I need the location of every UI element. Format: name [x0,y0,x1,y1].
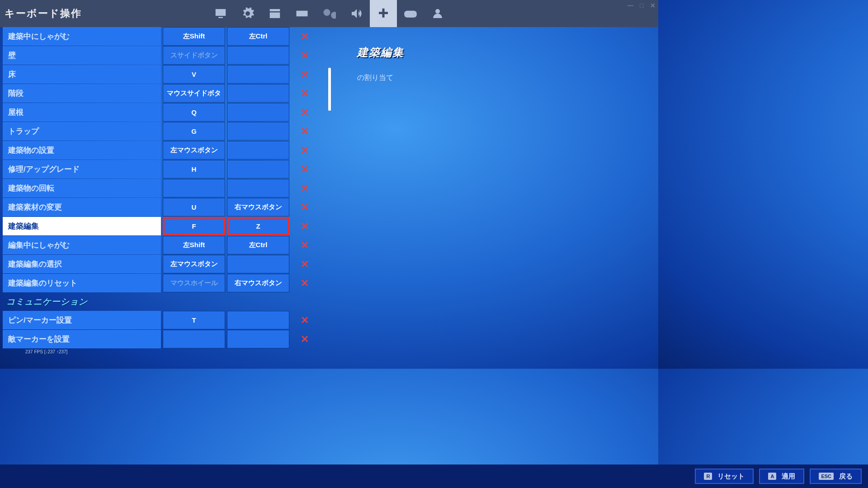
content-area: 建築中にしゃがむ左Shift左Ctrl✕壁スサイドボタン✕床V✕階段マウスサイド… [0,27,658,369]
keybind-row[interactable]: 建築素材の変更U右マウスボタン✕ [3,198,332,216]
keybind-row[interactable]: 屋根Q✕ [3,103,332,122]
detail-title: 建築編集 [357,45,658,60]
close-icon: ✕ [301,69,309,80]
keybind-secondary[interactable]: 右マウスボタン [227,274,289,292]
keybind-primary[interactable]: 左Shift [163,236,225,254]
keybind-primary[interactable]: H [163,160,225,178]
keybind-primary[interactable]: 左Shift [163,27,225,46]
tab-panel[interactable] [261,0,288,27]
keybind-row[interactable]: 修理/アップグレードH✕ [3,160,332,178]
window-max-icon[interactable]: □ [640,2,644,9]
keybind-primary[interactable]: マウスサイドボタ [163,84,225,103]
keybind-row[interactable]: 建築中にしゃがむ左Shift左Ctrl✕ [3,27,332,46]
keybind-clear[interactable]: ✕ [291,65,318,84]
keybind-label: 建築編集の選択 [3,255,161,273]
keybind-list[interactable]: 建築中にしゃがむ左Shift左Ctrl✕壁スサイドボタン✕床V✕階段マウスサイド… [0,27,335,369]
keybind-secondary[interactable] [227,103,289,122]
keybind-secondary[interactable] [227,122,289,141]
keybind-row[interactable]: 建築物の設置左マウスボタン✕ [3,141,332,160]
window-controls: — □ ✕ [627,2,656,9]
window-close-icon[interactable]: ✕ [650,2,656,9]
close-icon: ✕ [301,50,309,61]
keybind-label: 建築中にしゃがむ [3,27,161,46]
header-bar: キーボード操作 — □ ✕ [0,0,658,27]
keybind-row[interactable]: ピン/マーカー設置T✕ [3,311,332,329]
tab-gamepad[interactable] [397,0,424,27]
keybind-label: トラップ [3,122,161,141]
keybind-clear[interactable]: ✕ [291,27,318,46]
keybind-row[interactable]: 編集中にしゃがむ左Shift左Ctrl✕ [3,236,332,254]
tab-wrench[interactable] [316,0,343,27]
keybind-primary[interactable]: V [163,65,225,84]
keybind-label: 建築編集 [3,217,161,235]
close-icon: ✕ [301,314,309,326]
keybind-row[interactable]: 床V✕ [3,65,332,84]
keybind-row[interactable]: 建築編集のリセットマウスホイール右マウスボタン✕ [3,274,332,292]
tab-dpad[interactable] [370,0,397,27]
keybind-primary[interactable] [163,330,225,348]
section-header: コミュニケーション [3,293,332,311]
keybind-clear[interactable]: ✕ [291,330,318,348]
keybind-clear[interactable]: ✕ [291,141,318,160]
keybind-secondary[interactable]: 左Ctrl [227,27,289,46]
keybind-primary[interactable]: 左マウスボタン [163,141,225,160]
keybind-secondary[interactable] [227,84,289,103]
close-icon: ✕ [301,277,309,289]
keybind-secondary[interactable] [227,160,289,178]
keybind-row[interactable]: 階段マウスサイドボタ✕ [3,84,332,103]
keybind-primary[interactable]: U [163,198,225,216]
keybind-primary[interactable]: マウスホイール [163,274,225,292]
close-icon: ✕ [301,183,309,194]
close-icon: ✕ [301,107,309,118]
tab-audio[interactable] [343,0,370,27]
tab-gear[interactable] [234,0,261,27]
window-min-icon[interactable]: — [627,2,634,9]
keybind-clear[interactable]: ✕ [291,198,318,216]
close-icon: ✕ [301,202,309,213]
scrollbar-thumb[interactable] [328,68,331,111]
keybind-secondary[interactable] [227,255,289,273]
close-icon: ✕ [301,221,309,232]
keybind-primary[interactable]: T [163,311,225,329]
keybind-secondary[interactable]: 右マウスボタン [227,198,289,216]
keybind-row[interactable]: 建築編集の選択左マウスボタン✕ [3,255,332,273]
keybind-clear[interactable]: ✕ [291,84,318,103]
keybind-row[interactable]: 建築編集FZ✕ [3,217,332,235]
keybind-secondary[interactable]: Z [227,217,289,235]
keybind-row[interactable]: 建築物の回転✕ [3,179,332,197]
keybind-primary[interactable]: G [163,122,225,141]
keybind-label: 建築素材の変更 [3,198,161,216]
keybind-clear[interactable]: ✕ [291,274,318,292]
keybind-secondary[interactable] [227,46,289,65]
keybind-primary[interactable]: Q [163,103,225,122]
tab-strip [207,0,451,27]
keybind-secondary[interactable] [227,311,289,329]
keybind-clear[interactable]: ✕ [291,311,318,329]
tab-display[interactable] [207,0,234,27]
keybind-clear[interactable]: ✕ [291,122,318,141]
tab-user[interactable] [424,0,451,27]
keybind-row[interactable]: 壁スサイドボタン✕ [3,46,332,65]
keybind-secondary[interactable]: 左Ctrl [227,236,289,254]
keybind-secondary[interactable] [227,65,289,84]
keybind-row[interactable]: 敵マーカーを設置✕ [3,330,332,348]
keybind-clear[interactable]: ✕ [291,236,318,254]
keybind-primary[interactable]: 左マウスボタン [163,255,225,273]
keybind-clear[interactable]: ✕ [291,255,318,273]
keybind-label: 建築物の設置 [3,141,161,160]
keybind-clear[interactable]: ✕ [291,160,318,178]
keybind-clear[interactable]: ✕ [291,179,318,197]
close-icon: ✕ [301,164,309,175]
tab-keyboard[interactable] [288,0,316,27]
close-icon: ✕ [301,31,309,42]
keybind-primary[interactable]: F [163,217,225,235]
keybind-primary[interactable] [163,179,225,197]
keybind-row[interactable]: トラップG✕ [3,122,332,141]
keybind-clear[interactable]: ✕ [291,217,318,235]
keybind-clear[interactable]: ✕ [291,103,318,122]
keybind-secondary[interactable] [227,179,289,197]
keybind-clear[interactable]: ✕ [291,46,318,65]
keybind-secondary[interactable] [227,141,289,160]
keybind-secondary[interactable] [227,330,289,348]
keybind-primary[interactable]: スサイドボタン [163,46,225,65]
